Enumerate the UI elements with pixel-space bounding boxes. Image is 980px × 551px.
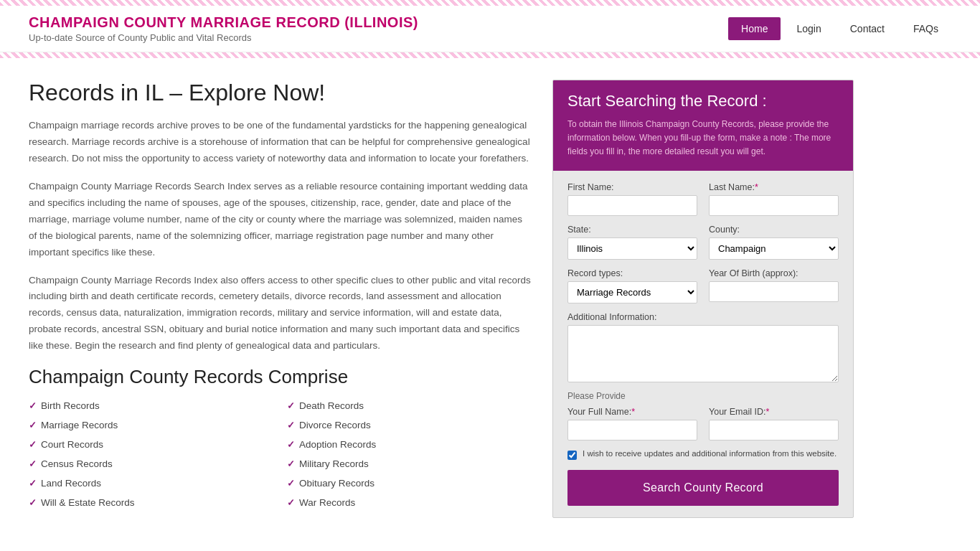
county-group: County: Champaign Cook DuPage Kane Lake … (709, 225, 839, 260)
check-icon: ✓ (287, 497, 295, 508)
record-types-group: Record types: Marriage Records Birth Rec… (567, 268, 697, 303)
nav-faqs[interactable]: FAQs (900, 17, 951, 40)
record-label: War Records (299, 497, 355, 508)
check-icon: ✓ (287, 439, 295, 450)
record-label: Land Records (41, 478, 101, 489)
email-input[interactable] (709, 420, 839, 441)
list-item: ✓ Will & Estate Records (29, 495, 273, 510)
full-name-label: Your Full Name:* (567, 407, 697, 417)
check-icon: ✓ (29, 439, 37, 450)
list-item: ✓ Divorce Records (287, 418, 531, 433)
updates-checkbox[interactable] (567, 451, 577, 460)
check-icon: ✓ (29, 478, 37, 489)
check-icon: ✓ (287, 420, 295, 430)
top-stripe (0, 0, 980, 6)
record-label: Birth Records (41, 400, 100, 411)
record-label: Will & Estate Records (41, 497, 135, 508)
additional-info-label: Additional Information: (567, 312, 839, 322)
email-label: Your Email ID:* (709, 407, 839, 417)
state-group: State: Illinois Alabama Alaska Arizona A… (567, 225, 697, 260)
state-county-row: State: Illinois Alabama Alaska Arizona A… (567, 225, 839, 260)
first-name-input[interactable] (567, 195, 697, 216)
last-name-label: Last Name:* (709, 182, 839, 192)
county-select[interactable]: Champaign Cook DuPage Kane Lake Will (709, 237, 839, 260)
additional-info-group: Additional Information: (567, 312, 839, 382)
personal-info-row: Your Full Name:* Your Email ID:* (567, 407, 839, 441)
last-name-group: Last Name:* (709, 182, 839, 216)
check-icon: ✓ (29, 400, 37, 411)
first-name-label: First Name: (567, 182, 697, 192)
record-label: Military Records (299, 458, 369, 469)
email-required: * (765, 407, 769, 417)
year-of-birth-label: Year Of Birth (approx): (709, 268, 839, 278)
search-county-record-button[interactable]: Search County Record (567, 470, 839, 506)
name-row: First Name: Last Name:* (567, 182, 839, 216)
check-icon: ✓ (29, 497, 37, 508)
additional-info-row: Additional Information: (567, 312, 839, 382)
year-of-birth-input[interactable] (709, 281, 839, 302)
records-section-heading: Champaign County Records Comprise (29, 366, 531, 388)
record-types-label: Record types: (567, 268, 697, 278)
main-content: Records in IL – Explore Now! Champaign m… (0, 72, 980, 547)
record-label: Divorce Records (299, 420, 371, 430)
right-column: Start Searching the Record : To obtain t… (552, 80, 854, 518)
paragraph-2: Champaign County Marriage Records Search… (29, 179, 531, 261)
check-icon: ✓ (287, 400, 295, 411)
record-types-select[interactable]: Marriage Records Birth Records Death Rec… (567, 281, 697, 303)
check-icon: ✓ (29, 420, 37, 430)
list-item: ✓ Land Records (29, 476, 273, 491)
paragraph-3: Champaign County Marriage Records Index … (29, 273, 531, 355)
full-name-required: * (631, 407, 635, 417)
list-item: ✓ Obituary Records (287, 476, 531, 491)
list-item: ✓ War Records (287, 495, 531, 510)
left-column: Records in IL – Explore Now! Champaign m… (29, 80, 531, 518)
record-label: Court Records (41, 439, 103, 450)
state-label: State: (567, 225, 697, 235)
list-item: ✓ Military Records (287, 456, 531, 471)
site-subtitle: Up-to-date Source of County Public and V… (29, 32, 418, 43)
full-name-input[interactable] (567, 420, 697, 441)
county-label: County: (709, 225, 839, 235)
record-type-year-row: Record types: Marriage Records Birth Rec… (567, 268, 839, 303)
nav-login[interactable]: Login (783, 17, 834, 40)
main-nav: Home Login Contact FAQs (728, 17, 951, 40)
checkbox-label: I wish to receive updates and additional… (583, 449, 837, 458)
check-icon: ✓ (29, 458, 37, 469)
record-label: Marriage Records (41, 420, 118, 430)
header-bottom-stripe (0, 52, 980, 58)
form-title: Start Searching the Record : (567, 92, 839, 110)
nav-home[interactable]: Home (728, 17, 781, 40)
state-select[interactable]: Illinois Alabama Alaska Arizona Arkansas… (567, 237, 697, 260)
record-label: Adoption Records (299, 439, 376, 450)
list-item: ✓ Marriage Records (29, 418, 273, 433)
please-provide-label: Please Provide (567, 391, 839, 401)
first-name-group: First Name: (567, 182, 697, 216)
form-description: To obtain the Illinois Champaign County … (567, 118, 839, 159)
email-group: Your Email ID:* (709, 407, 839, 441)
page-heading: Records in IL – Explore Now! (29, 80, 531, 106)
list-item: ✓ Census Records (29, 456, 273, 471)
nav-contact[interactable]: Contact (837, 17, 897, 40)
year-of-birth-group: Year Of Birth (approx): (709, 268, 839, 303)
header: CHAMPAIGN COUNTY MARRIAGE RECORD (ILLINO… (0, 6, 980, 52)
record-label: Obituary Records (299, 478, 374, 489)
full-name-group: Your Full Name:* (567, 407, 697, 441)
list-item: ✓ Death Records (287, 398, 531, 413)
list-item: ✓ Adoption Records (287, 437, 531, 452)
list-item: ✓ Birth Records (29, 398, 273, 413)
record-label: Death Records (299, 400, 364, 411)
check-icon: ✓ (287, 458, 295, 469)
additional-info-textarea[interactable] (567, 325, 839, 382)
record-label: Census Records (41, 458, 113, 469)
search-form-card: Start Searching the Record : To obtain t… (552, 80, 854, 518)
site-title: CHAMPAIGN COUNTY MARRIAGE RECORD (ILLINO… (29, 14, 418, 31)
paragraph-1: Champaign marriage records archive prove… (29, 118, 531, 167)
checkbox-row: I wish to receive updates and additional… (567, 449, 839, 460)
last-name-required: * (755, 182, 758, 192)
list-item: ✓ Court Records (29, 437, 273, 452)
header-brand: CHAMPAIGN COUNTY MARRIAGE RECORD (ILLINO… (29, 14, 418, 43)
records-list: ✓ Birth Records ✓ Death Records ✓ Marria… (29, 398, 531, 510)
last-name-input[interactable] (709, 195, 839, 216)
form-header: Start Searching the Record : To obtain t… (553, 80, 853, 171)
form-body: First Name: Last Name:* State: (553, 171, 853, 517)
